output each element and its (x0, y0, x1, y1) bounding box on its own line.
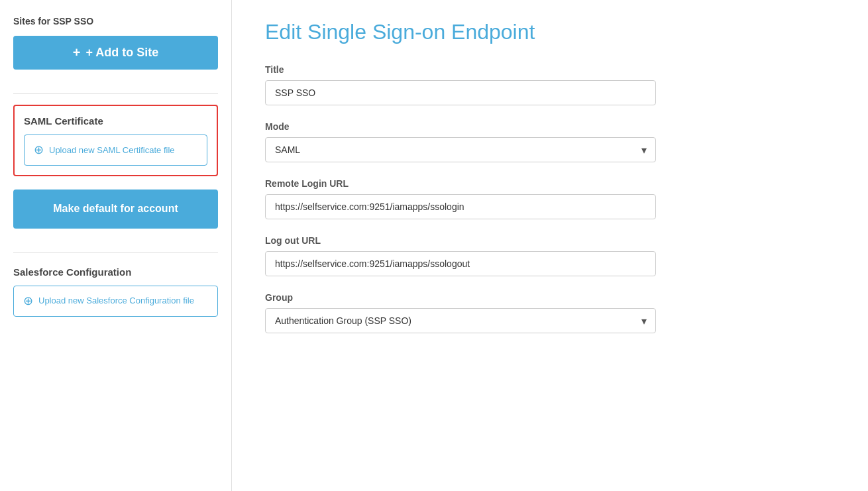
sidebar: Sites for SSP SSO + + Add to Site SAML C… (0, 0, 232, 491)
divider-2 (13, 252, 218, 253)
mode-label: Mode (265, 121, 835, 132)
remote-login-url-label: Remote Login URL (265, 178, 835, 189)
plus-icon: + (73, 45, 81, 60)
title-label: Title (265, 64, 835, 75)
page-title: Edit Single Sign-on Endpoint (265, 20, 835, 44)
upload-salesforce-icon: ⊕ (23, 293, 33, 309)
mode-select-wrapper: SAML OAuth OIDC (265, 137, 656, 162)
upload-saml-button[interactable]: ⊕ Upload new SAML Certificate file (24, 135, 207, 166)
logout-url-group: Log out URL (265, 235, 835, 276)
mode-field-group: Mode SAML OAuth OIDC (265, 121, 835, 162)
remote-login-url-input[interactable] (265, 194, 656, 219)
divider-1 (13, 93, 218, 94)
make-default-label: Make default for account (53, 203, 178, 214)
salesforce-section: Salesforce Configuration ⊕ Upload new Sa… (13, 266, 218, 317)
logout-url-label: Log out URL (265, 235, 835, 246)
add-to-site-button[interactable]: + + Add to Site (13, 36, 218, 70)
mode-select[interactable]: SAML OAuth OIDC (265, 137, 656, 162)
saml-certificate-section: SAML Certificate ⊕ Upload new SAML Certi… (13, 105, 218, 176)
make-default-button[interactable]: Make default for account (13, 190, 218, 228)
upload-circle-icon: ⊕ (34, 142, 44, 158)
remote-login-url-group: Remote Login URL (265, 178, 835, 219)
group-label: Group (265, 292, 835, 303)
add-to-site-label: + Add to Site (85, 46, 158, 60)
salesforce-section-title: Salesforce Configuration (13, 266, 218, 278)
upload-salesforce-label: Upload new Salesforce Configuration file (38, 295, 194, 307)
main-content: Edit Single Sign-on Endpoint Title Mode … (232, 0, 868, 491)
group-select-wrapper: Authentication Group (SSP SSO) Default G… (265, 308, 656, 333)
upload-saml-label: Upload new SAML Certificate file (49, 144, 175, 156)
saml-section-title: SAML Certificate (24, 115, 207, 127)
upload-salesforce-button[interactable]: ⊕ Upload new Salesforce Configuration fi… (13, 286, 218, 317)
logout-url-input[interactable] (265, 251, 656, 276)
sites-section-title: Sites for SSP SSO (13, 16, 218, 27)
group-field-group: Group Authentication Group (SSP SSO) Def… (265, 292, 835, 333)
title-input[interactable] (265, 80, 656, 105)
group-select[interactable]: Authentication Group (SSP SSO) Default G… (265, 308, 656, 333)
title-field-group: Title (265, 64, 835, 105)
